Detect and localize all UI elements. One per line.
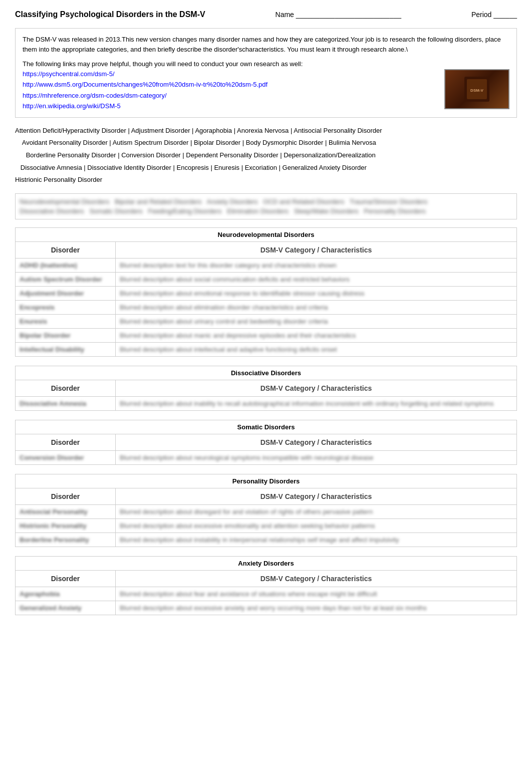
disorder-list: Attention Deficit/Hyperactivity Disorder… (15, 125, 517, 186)
table-row: Histrionic Personality Blurred descripti… (16, 518, 517, 533)
table-row: Encopresis Blurred description about eli… (16, 300, 517, 314)
disorder-item: Adjustment Disorder (131, 127, 190, 134)
page-title: Classifying Psychological Disorders in t… (15, 10, 205, 19)
disorder-item: Autism Spectrum Disorder (113, 139, 189, 146)
table-row: Agoraphobia Blurred description about fe… (16, 587, 517, 601)
disorder-item: Dissociative Amnesia (21, 164, 82, 171)
disorder-item: Conversion Disorder (121, 151, 181, 159)
link-dsm5org[interactable]: http://www.dsm5.org/Documents/changes%20… (23, 80, 268, 90)
link-wikipedia[interactable]: http://en.wikipedia.org/wiki/DSM-5 (23, 101, 268, 111)
disorder-item: Generalized Anxiety Disorder (283, 164, 367, 171)
disorder-item: Body Dysmorphic Disorder (246, 139, 324, 146)
table-row: Enuresis Blurred description about urina… (16, 314, 517, 328)
table-row: Bipolar Disorder Blurred description abo… (16, 328, 517, 342)
section-table-dissociative: Dissociative Disorders Disorder DSM-V Ca… (15, 366, 517, 411)
col-header-disorder-2: Disorder (16, 380, 116, 396)
disorder-item: Bulimia Nervosa (329, 139, 376, 146)
period-field: Period ______ (471, 11, 517, 19)
disorder-item: Histrionic Personality Disorder (15, 176, 102, 183)
section-table-somatic: Somatic Disorders Disorder DSM-V Categor… (15, 420, 517, 465)
disorder-item: Enuresis (214, 164, 239, 171)
disorder-item: Avoidant Personality Disorder (22, 139, 108, 146)
section-table-personality: Personality Disorders Disorder DSM-V Cat… (15, 474, 517, 547)
col-header-disorder: Disorder (16, 241, 116, 258)
table-row: Adjustment Disorder Blurred description … (16, 286, 517, 300)
disorder-item: Bipolar Disorder (194, 139, 240, 146)
col-header-description: DSM-V Category / Characteristics (116, 241, 517, 258)
col-header-disorder-4: Disorder (16, 488, 116, 504)
link-mhreference[interactable]: https://mhreference.org/dsm-codes/dsm-ca… (23, 91, 268, 101)
table-row: Dissociative Amnesia Blurred description… (16, 396, 517, 410)
page-header: Classifying Psychological Disorders in t… (15, 10, 517, 19)
dsm-book-image: DSM-V (444, 69, 509, 109)
disorder-item: Antisocial Personality Disorder (294, 127, 382, 134)
col-header-description-5: DSM-V Category / Characteristics (116, 570, 517, 587)
link-psychcentral[interactable]: https://psychcentral.com/dsm-5/ (23, 69, 268, 79)
col-header-disorder-3: Disorder (16, 434, 116, 450)
disorder-item: Anorexia Nervosa (237, 127, 289, 134)
svg-text:DSM-V: DSM-V (470, 88, 483, 93)
disorder-item: Depersonalization/Derealization (284, 151, 376, 159)
table-row: ADHD (Inattentive) Blurred description t… (16, 258, 517, 272)
disorder-item: Borderline Personality Disorder (26, 151, 116, 159)
col-header-disorder-5: Disorder (16, 570, 116, 587)
intro-paragraph-2: The following links may prove helpful, t… (23, 59, 509, 69)
section-table-anxiety: Anxiety Disorders Disorder DSM-V Categor… (15, 556, 517, 615)
disorder-item: Attention Deficit/Hyperactivity Disorder (15, 127, 126, 134)
disorder-item: Dependent Personality Disorder (186, 151, 278, 159)
section-title-anxiety: Anxiety Disorders (16, 556, 517, 570)
disorder-item: Excoriation (245, 164, 277, 171)
intro-section: The DSM-V was released in 2013.This new … (15, 28, 517, 118)
table-row: Generalized Anxiety Blurred description … (16, 601, 517, 615)
col-header-description-2: DSM-V Category / Characteristics (116, 380, 517, 396)
disorder-item: Agoraphobia (195, 127, 232, 134)
table-row: Intellectual Disability Blurred descript… (16, 342, 517, 356)
disorder-item: Dissociative Identity Disorder (87, 164, 171, 171)
section-table-neurodevelopmental: Neurodevelopmental Disorders Disorder DS… (15, 227, 517, 357)
intro-paragraph-1: The DSM-V was released in 2013.This new … (23, 35, 509, 54)
name-field: Name ___________________________ (276, 11, 401, 19)
blurred-category-row: Neurodevelopmental Disorders Bipolar and… (15, 193, 517, 219)
section-title-somatic: Somatic Disorders (16, 420, 517, 434)
col-header-description-4: DSM-V Category / Characteristics (116, 488, 517, 504)
resource-links: https://psychcentral.com/dsm-5/ http://w… (23, 69, 268, 111)
section-title-neurodevelopmental: Neurodevelopmental Disorders (16, 227, 517, 241)
col-header-description-3: DSM-V Category / Characteristics (116, 434, 517, 450)
table-row: Antisocial Personality Blurred descripti… (16, 504, 517, 518)
table-row: Borderline Personality Blurred descripti… (16, 533, 517, 547)
table-row: Conversion Disorder Blurred description … (16, 450, 517, 464)
table-row: Autism Spectrum Disorder Blurred descrip… (16, 272, 517, 286)
disorder-item: Encopresis (177, 164, 209, 171)
section-title-personality: Personality Disorders (16, 474, 517, 488)
section-title-dissociative: Dissociative Disorders (16, 366, 517, 380)
